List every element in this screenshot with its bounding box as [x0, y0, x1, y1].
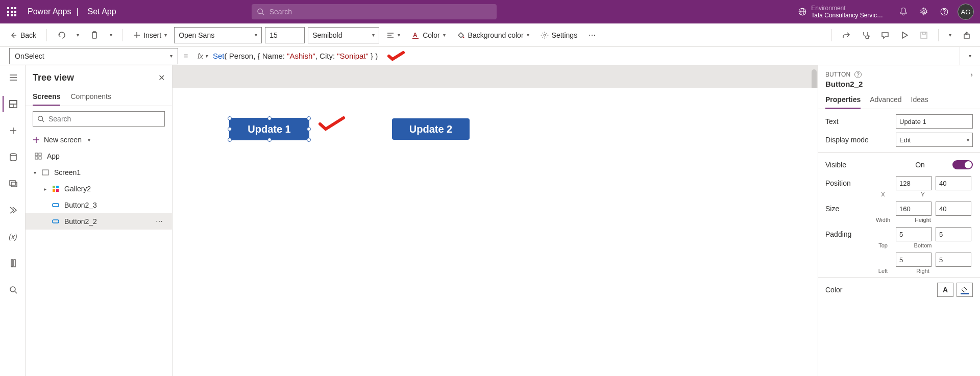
svg-rect-8 — [14, 14, 16, 16]
prop-position-y[interactable]: 40 — [936, 176, 971, 190]
bgcolor-button[interactable]: Background color ▾ — [453, 28, 533, 42]
svg-rect-0 — [7, 7, 9, 9]
close-icon[interactable]: ✕ — [158, 73, 165, 83]
color-button[interactable]: A Color ▾ — [407, 28, 449, 42]
fill-color-swatch[interactable] — [957, 283, 973, 297]
control-name[interactable]: Button2_2 — [818, 80, 980, 91]
chevron-right-icon[interactable]: ▸ — [44, 186, 51, 192]
tree-search[interactable] — [33, 111, 165, 127]
chevron-down-icon: ▾ — [170, 53, 173, 59]
rail-hamburger[interactable] — [3, 69, 23, 86]
tree-node-screen1[interactable]: ▾ Screen1 — [26, 164, 172, 181]
prop-position-x[interactable]: 128 — [896, 176, 932, 190]
tree-node-button2-2[interactable]: Button2_2 ⋯ — [26, 213, 172, 230]
formula-bar: OnSelect ▾ = fx▾ Set( Person, { Name: "A… — [0, 47, 980, 65]
collapse-panel-icon[interactable]: › — [970, 70, 973, 79]
screen-icon — [41, 168, 50, 177]
chevron-down-icon[interactable]: ▾ — [34, 170, 41, 176]
canvas[interactable]: Update 1 Update 2 — [173, 88, 818, 376]
new-screen-button[interactable]: New screen ▾ — [26, 132, 172, 148]
publish-button[interactable] — [959, 28, 975, 42]
rail-tools[interactable] — [3, 255, 23, 271]
rail-insert[interactable] — [3, 122, 23, 139]
paste-button[interactable] — [86, 28, 103, 42]
help-icon[interactable] — [934, 0, 954, 23]
back-button[interactable]: Back — [5, 28, 40, 42]
comments-button[interactable] — [877, 28, 893, 42]
tree-node-gallery2[interactable]: ▸ Gallery2 — [26, 181, 172, 197]
app-checker-button[interactable] — [857, 28, 874, 42]
prop-padding-left[interactable]: 5 — [896, 253, 932, 267]
insert-button[interactable]: Insert ▾ — [129, 28, 171, 42]
insert-label: Insert — [143, 31, 161, 39]
font-weight-dropdown[interactable]: Semibold ▾ — [308, 27, 379, 43]
help-icon[interactable]: ? — [854, 71, 862, 78]
align-button[interactable]: ▾ — [382, 28, 404, 42]
properties-panel: BUTTON ? › Button2_2 Properties Advanced… — [818, 65, 980, 376]
prop-size-height[interactable]: 40 — [936, 202, 971, 216]
tree-node-button2-3[interactable]: Button2_3 — [26, 197, 172, 213]
rail-tree-view[interactable] — [3, 96, 23, 112]
new-screen-label: New screen — [44, 136, 82, 144]
svg-rect-18 — [92, 32, 96, 38]
rail-variables[interactable]: (x) — [3, 229, 23, 245]
property-selector[interactable]: OnSelect ▾ — [9, 48, 178, 64]
share-icon — [842, 31, 850, 39]
tree-view-panel: Tree view ✕ Screens Components New scree… — [26, 65, 173, 376]
settings-button[interactable]: Settings — [536, 28, 582, 42]
save-button[interactable] — [916, 28, 932, 42]
fx-icon[interactable]: fx▾ — [193, 52, 213, 60]
rail-power-automate[interactable] — [3, 202, 23, 218]
tree-search-input[interactable] — [48, 115, 160, 123]
publish-dropdown[interactable]: ▾ — [945, 29, 955, 41]
font-color-swatch[interactable]: A — [937, 283, 953, 297]
rail-data[interactable] — [3, 149, 23, 165]
tab-screens[interactable]: Screens — [33, 88, 60, 106]
canvas-button-update2[interactable]: Update 2 — [392, 118, 470, 140]
environment-picker[interactable]: Environment Tata Consultancy Servic… — [798, 5, 893, 19]
chevron-down-icon: ▾ — [398, 32, 400, 38]
user-avatar[interactable]: AG — [958, 4, 974, 20]
preview-button[interactable] — [896, 28, 913, 42]
svg-rect-1 — [11, 7, 13, 9]
notifications-icon[interactable] — [893, 0, 914, 23]
svg-rect-42 — [10, 181, 15, 185]
tab-components[interactable]: Components — [70, 88, 111, 106]
svg-rect-43 — [11, 182, 17, 187]
undo-button[interactable] — [53, 28, 69, 42]
app-name[interactable]: Power Apps — [23, 7, 71, 16]
prop-size-width[interactable]: 160 — [896, 202, 932, 216]
prop-padding-right[interactable]: 5 — [936, 253, 971, 267]
font-size-input[interactable]: 15 — [265, 27, 305, 43]
settings-icon[interactable] — [914, 0, 934, 23]
font-dropdown[interactable]: Open Sans ▾ — [174, 27, 262, 43]
file-name[interactable]: Set App — [84, 7, 116, 16]
prop-displaymode-dropdown[interactable]: Edit▾ — [896, 133, 973, 147]
expand-formula-bar[interactable]: ▾ — [960, 47, 980, 65]
tree-node-more[interactable]: ⋯ — [152, 217, 168, 225]
rail-search[interactable] — [3, 282, 23, 298]
share-button[interactable] — [838, 28, 854, 42]
tab-advanced[interactable]: Advanced — [870, 91, 901, 109]
more-button[interactable]: ⋯ — [584, 28, 600, 42]
tab-properties[interactable]: Properties — [825, 91, 861, 109]
bucket-icon — [457, 31, 465, 39]
search-input[interactable] — [270, 8, 492, 16]
tab-ideas[interactable]: Ideas — [911, 91, 928, 109]
tree-node-app[interactable]: App — [26, 148, 172, 164]
prop-text-input[interactable]: Update 1 — [896, 114, 973, 129]
app-launcher-icon[interactable] — [0, 0, 23, 23]
prop-padding-bottom[interactable]: 5 — [936, 227, 971, 241]
rail-media[interactable] — [3, 176, 23, 192]
svg-point-16 — [944, 13, 945, 14]
prop-padding-top[interactable]: 5 — [896, 227, 932, 241]
formula-input[interactable]: Set( Person, { Name: "Ashish", City: "So… — [213, 51, 960, 61]
undo-dropdown[interactable]: ▾ — [72, 29, 83, 41]
paste-dropdown[interactable]: ▾ — [106, 29, 116, 41]
prop-size-label: Size — [825, 205, 892, 213]
visible-toggle[interactable] — [952, 160, 973, 169]
left-rail: (x) — [0, 65, 26, 376]
publish-icon — [963, 31, 971, 39]
global-search[interactable] — [252, 4, 497, 19]
canvas-button-update1[interactable]: Update 1 — [230, 118, 309, 140]
